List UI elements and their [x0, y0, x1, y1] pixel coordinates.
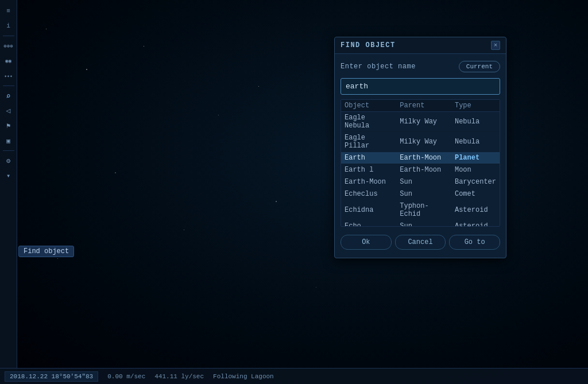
- search-input[interactable]: [341, 78, 500, 95]
- table-row[interactable]: Eagle PillarMilky WayNebula: [341, 132, 500, 152]
- cell-type: Planet: [451, 152, 500, 164]
- star: [86, 69, 87, 70]
- cell-type: Moon: [451, 164, 500, 176]
- object-name-label: Enter object name: [341, 63, 416, 71]
- divider: [3, 36, 14, 36]
- results-table: Object Parent Type Eagle NebulaMilky Way…: [341, 100, 500, 226]
- star: [258, 86, 259, 87]
- column-object: Object: [341, 100, 396, 112]
- cell-type: Asteroid: [451, 200, 500, 220]
- dialog-body: Enter object name Current Object Parent …: [335, 54, 506, 258]
- arrow-down-icon[interactable]: ▾: [2, 169, 15, 182]
- column-type: Type: [451, 100, 500, 112]
- dialog-close-button[interactable]: ×: [491, 41, 500, 50]
- flag-icon[interactable]: ⚑: [2, 119, 15, 132]
- menu-icon[interactable]: ≡: [2, 5, 15, 17]
- table-row[interactable]: Earth lEarth-MoonMoon: [341, 164, 500, 176]
- star: [46, 29, 47, 29]
- label-row: Enter object name Current: [341, 61, 500, 72]
- cell-parent: Milky Way: [396, 132, 451, 152]
- results-table-scroll[interactable]: Object Parent Type Eagle NebulaMilky Way…: [341, 100, 500, 226]
- star: [57, 258, 58, 259]
- screen-icon[interactable]: ▣: [2, 134, 15, 147]
- cell-object: Echo: [341, 220, 396, 227]
- cell-object: Earth: [341, 152, 396, 164]
- cell-object: Eagle Pillar: [341, 132, 396, 152]
- star: [184, 230, 184, 230]
- divider: [3, 86, 14, 86]
- atmosphere-icon[interactable]: ✦✦✦: [2, 69, 15, 82]
- goto-button[interactable]: Go to: [449, 235, 500, 250]
- settings-icon[interactable]: ⚙: [2, 154, 15, 167]
- find-object-dialog: FIND OBJECT × Enter object name Current: [334, 37, 506, 258]
- star: [316, 287, 316, 288]
- results-table-container: Object Parent Type Eagle NebulaMilky Way…: [341, 99, 500, 227]
- table-row[interactable]: EchoSunAsteroid: [341, 220, 500, 227]
- sidebar: ≡ i ⊕⊕⊕ ◉◉ ✦✦✦ ⌕ ◁ ⚑ ▣ ⚙ ▾: [0, 0, 17, 384]
- cell-parent: Milky Way: [396, 112, 451, 132]
- cell-parent: Earth-Moon: [396, 164, 451, 176]
- divider: [3, 150, 14, 151]
- cell-parent: Sun: [396, 188, 451, 200]
- star: [276, 201, 277, 202]
- star: [218, 115, 219, 115]
- table-row[interactable]: Earth-MoonSunBarycenter: [341, 176, 500, 188]
- table-row[interactable]: EcheclusSunComet: [341, 188, 500, 200]
- cell-object: Eagle Nebula: [341, 112, 396, 132]
- cell-parent: Earth-Moon: [396, 152, 451, 164]
- cancel-button[interactable]: Cancel: [395, 235, 446, 250]
- star: [144, 46, 144, 46]
- time-icon[interactable]: ⊕⊕⊕: [2, 40, 15, 52]
- status-location: Following Lagoon: [213, 373, 274, 380]
- cell-parent: Typhon-Echid: [396, 200, 451, 220]
- table-header-row: Object Parent Type: [341, 100, 500, 112]
- cell-parent: Sun: [396, 220, 451, 227]
- status-datetime: 2018.12.22 18°50'54"83: [5, 371, 98, 382]
- column-parent: Parent: [396, 100, 451, 112]
- cell-type: Comet: [451, 188, 500, 200]
- cell-type: Asteroid: [451, 220, 500, 227]
- dialog-title: FIND OBJECT: [341, 41, 396, 49]
- dialog-buttons: Ok Cancel Go to: [341, 232, 500, 251]
- current-button[interactable]: Current: [459, 61, 500, 72]
- table-row[interactable]: EchidnaTyphon-EchidAsteroid: [341, 200, 500, 220]
- cell-object: Earth l: [341, 164, 396, 176]
- star: [115, 172, 116, 173]
- people-icon[interactable]: ◉◉: [2, 55, 15, 67]
- info-icon[interactable]: i: [2, 20, 15, 32]
- table-row[interactable]: Eagle NebulaMilky WayNebula: [341, 112, 500, 132]
- find-icon[interactable]: ⌕: [2, 90, 15, 102]
- table-row[interactable]: EarthEarth-MoonPlanet: [341, 152, 500, 164]
- navigate-icon[interactable]: ◁: [2, 104, 15, 117]
- cell-object: Echidna: [341, 200, 396, 220]
- status-ly: 441.11 ly/sec: [154, 373, 204, 380]
- dialog-titlebar: FIND OBJECT ×: [335, 37, 506, 54]
- find-object-tooltip: Find object: [18, 246, 74, 257]
- cell-parent: Sun: [396, 176, 451, 188]
- ok-button[interactable]: Ok: [341, 235, 392, 250]
- status-speed: 0.00 m/sec: [107, 373, 145, 380]
- cell-object: Earth-Moon: [341, 176, 396, 188]
- cell-type: Nebula: [451, 112, 500, 132]
- cell-object: Echeclus: [341, 188, 396, 200]
- status-bar: 2018.12.22 18°50'54"83 0.00 m/sec 441.11…: [0, 368, 588, 384]
- cell-type: Nebula: [451, 132, 500, 152]
- cell-type: Barycenter: [451, 176, 500, 188]
